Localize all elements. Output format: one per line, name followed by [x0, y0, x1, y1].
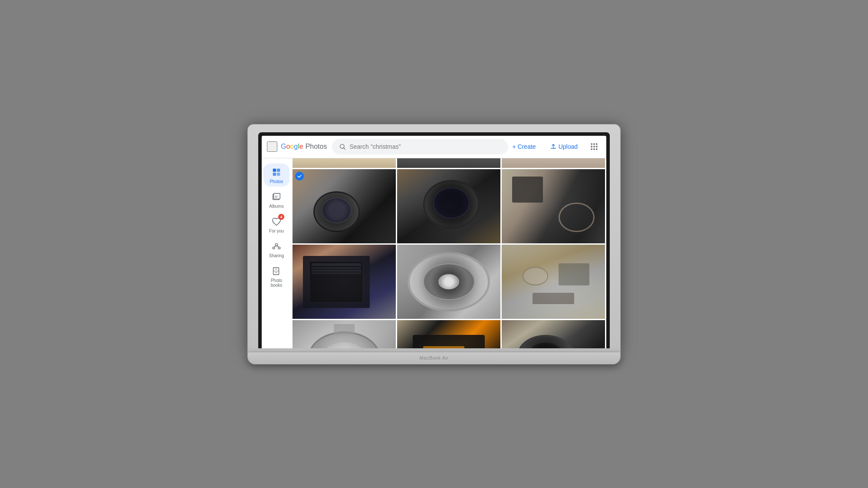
- photo-cell-7[interactable]: [293, 320, 396, 348]
- svg-rect-14: [277, 172, 280, 175]
- sidebar-item-albums[interactable]: Albums: [263, 188, 289, 211]
- for-you-icon-area: 4: [270, 216, 283, 228]
- upload-button[interactable]: Upload: [546, 141, 582, 153]
- laptop-base: MacBook Air: [247, 352, 621, 364]
- svg-rect-2: [591, 144, 592, 145]
- grid-icon: [590, 142, 598, 151]
- photo-cell-2[interactable]: [397, 169, 500, 243]
- search-bar[interactable]: [332, 139, 508, 154]
- screen-bezel: Google Photos + Create: [258, 132, 610, 348]
- sidebar-item-for-you[interactable]: 4 For you: [263, 213, 289, 236]
- photos-icon: [272, 167, 281, 177]
- svg-rect-6: [593, 146, 595, 147]
- photo-1-check: [295, 172, 304, 180]
- laptop-model-label: MacBook Air: [419, 355, 448, 360]
- photos-grid: [291, 168, 606, 348]
- logo[interactable]: Google Photos: [281, 143, 327, 151]
- svg-rect-4: [596, 144, 597, 145]
- partial-cell-3: [502, 158, 605, 168]
- photo-5: [397, 245, 500, 319]
- svg-rect-11: [273, 168, 276, 171]
- photo-9: [502, 320, 605, 348]
- photo-cell-1[interactable]: [293, 169, 396, 243]
- svg-rect-9: [593, 148, 595, 150]
- photo-8: [397, 320, 500, 348]
- svg-rect-13: [273, 172, 276, 175]
- upload-icon: [550, 143, 557, 150]
- sidebar-for-you-label: For you: [269, 229, 284, 233]
- header-actions: + Create Upload: [508, 140, 601, 154]
- photo-books-icon-area: [270, 265, 283, 277]
- svg-point-19: [275, 243, 278, 246]
- photo-cell-4[interactable]: [293, 245, 396, 319]
- photo-cell-6[interactable]: [502, 245, 605, 319]
- sidebar-item-photo-books[interactable]: Photo books: [263, 262, 289, 290]
- main-content: Photos: [262, 158, 606, 348]
- photo-4: [293, 245, 396, 319]
- svg-rect-3: [593, 144, 595, 145]
- top-partial-row: [291, 158, 606, 168]
- photo-cell-8[interactable]: [397, 320, 500, 348]
- photo-books-icon: [272, 266, 281, 276]
- sidebar: Photos: [262, 158, 291, 348]
- sidebar-photos-label: Photos: [270, 179, 283, 184]
- create-label: + Create: [513, 143, 536, 150]
- photo-1: [293, 169, 396, 243]
- upload-label: Upload: [559, 143, 578, 150]
- photo-cell-9[interactable]: [502, 320, 605, 348]
- albums-icon-area: [270, 191, 283, 203]
- search-icon: [339, 143, 346, 150]
- sidebar-item-photos[interactable]: Photos: [263, 164, 289, 187]
- svg-rect-7: [596, 146, 597, 147]
- for-you-badge: 4: [278, 214, 284, 220]
- header: Google Photos + Create: [262, 136, 606, 158]
- menu-button[interactable]: [267, 141, 277, 152]
- logo-photos-text: Photos: [306, 143, 327, 151]
- laptop-body: Google Photos + Create: [247, 124, 621, 352]
- svg-rect-5: [591, 146, 592, 147]
- photo-6: [502, 245, 605, 319]
- photo-cell-3[interactable]: [502, 169, 605, 243]
- screen: Google Photos + Create: [262, 136, 606, 348]
- create-button[interactable]: + Create: [508, 141, 540, 153]
- svg-line-1: [344, 148, 345, 149]
- albums-icon: [272, 192, 281, 202]
- partial-cell-1: [293, 158, 396, 168]
- partial-cell-2: [397, 158, 500, 168]
- search-input[interactable]: [349, 143, 501, 150]
- laptop: Google Photos + Create: [247, 124, 621, 364]
- photo-3: [502, 169, 605, 243]
- svg-rect-12: [277, 168, 280, 171]
- photos-area: [291, 158, 606, 348]
- logo-google-text: Google: [281, 143, 303, 151]
- svg-rect-10: [596, 148, 597, 150]
- google-apps-button[interactable]: [587, 140, 601, 154]
- photo-2: [397, 169, 500, 243]
- photo-cell-5[interactable]: [397, 245, 500, 319]
- sidebar-item-sharing[interactable]: Sharing: [263, 238, 289, 261]
- photos-icon-area: [270, 166, 283, 178]
- sidebar-photo-books-label: Photo books: [267, 278, 286, 288]
- svg-rect-8: [591, 148, 592, 150]
- sidebar-sharing-label: Sharing: [269, 253, 284, 258]
- sharing-icon: [272, 242, 281, 251]
- photo-7: [293, 320, 396, 348]
- sharing-icon-area: [270, 240, 283, 252]
- sidebar-albums-label: Albums: [269, 204, 283, 209]
